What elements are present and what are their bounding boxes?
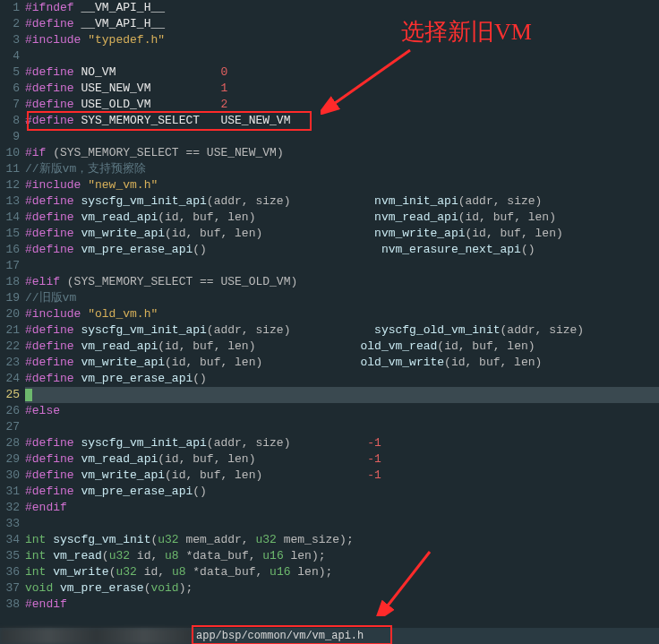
- token: int: [25, 565, 53, 579]
- token: u32: [109, 549, 130, 562]
- token: nvm_erasure_next_api: [381, 243, 521, 256]
- token: id,: [137, 565, 172, 579]
- line-number: 33: [0, 516, 20, 532]
- code-line[interactable]: #endif: [25, 500, 659, 516]
- code-line[interactable]: #define syscfg_vm_init_api(addr, size) s…: [25, 322, 659, 339]
- token: u8: [172, 565, 186, 579]
- code-line[interactable]: #define vm_pre_erase_api(): [25, 484, 659, 500]
- code-line[interactable]: #define vm_write_api(id, buf, len) old_v…: [25, 355, 659, 371]
- code-line[interactable]: #define SYS_MEMORY_SELECT USE_NEW_VM: [25, 113, 659, 129]
- token: #include: [25, 33, 88, 47]
- code-line[interactable]: #define syscfg_vm_init_api(addr, size) -…: [25, 435, 659, 451]
- code-line[interactable]: #define vm_read_api(id, buf, len) nvm_re…: [25, 210, 659, 226]
- token: #include: [25, 178, 88, 192]
- token: (): [193, 485, 207, 498]
- code-line[interactable]: int vm_write(u32 id, u8 *data_buf, u16 l…: [25, 564, 659, 580]
- code-line[interactable]: #elif (SYS_MEMORY_SELECT == USE_OLD_VM): [25, 274, 659, 290]
- code-line[interactable]: #define NO_VM 0: [25, 64, 659, 81]
- token: vm_write_api: [81, 227, 165, 240]
- code-line[interactable]: [25, 516, 659, 532]
- token: (id, buf, len): [158, 339, 360, 353]
- code-line[interactable]: int syscfg_vm_init(u32 mem_addr, u32 mem…: [25, 532, 659, 548]
- code-line[interactable]: [25, 258, 659, 274]
- code-line[interactable]: #define vm_write_api(id, buf, len) -1: [25, 468, 659, 484]
- code-line[interactable]: #define vm_write_api(id, buf, len) nvm_w…: [25, 226, 659, 242]
- token: (id, buf, len): [466, 227, 563, 240]
- code-line[interactable]: void vm_pre_erase(void);: [25, 580, 659, 597]
- code-line[interactable]: [25, 387, 659, 403]
- code-lines[interactable]: #ifndef __VM_API_H__#define __VM_API_H__…: [25, 0, 659, 628]
- token: );: [179, 581, 193, 595]
- token: len);: [291, 565, 333, 579]
- code-line[interactable]: #define vm_read_api(id, buf, len) old_vm…: [25, 339, 659, 355]
- token: *data_buf,: [179, 549, 263, 562]
- code-line[interactable]: #ifndef __VM_API_H__: [25, 0, 659, 16]
- code-line[interactable]: #else: [25, 403, 659, 419]
- token: syscfg_old_vm_init: [374, 323, 500, 337]
- token: vm_read_api: [81, 452, 158, 466]
- line-number: 28: [0, 435, 20, 451]
- token: vm_read: [53, 549, 102, 562]
- line-number: 35: [0, 548, 20, 564]
- line-number: 4: [0, 48, 20, 64]
- token: void: [150, 581, 178, 595]
- token: vm_pre_erase_api: [81, 243, 193, 256]
- code-line[interactable]: #include "new_vm.h": [25, 177, 659, 193]
- line-number: 36: [0, 564, 20, 580]
- code-line[interactable]: #define syscfg_vm_init_api(addr, size) n…: [25, 193, 659, 210]
- token: #define: [25, 98, 81, 111]
- token: len);: [284, 549, 326, 562]
- line-number: 19: [0, 290, 20, 306]
- code-line[interactable]: #define vm_pre_erase_api() nvm_erasure_n…: [25, 242, 659, 258]
- token: nvm_write_api: [374, 227, 465, 240]
- token: USE_OLD_VM: [81, 98, 220, 111]
- code-line[interactable]: [25, 419, 659, 435]
- line-number: 25: [0, 387, 20, 403]
- code-line[interactable]: #define __VM_API_H__: [25, 16, 659, 32]
- token: u8: [165, 549, 179, 562]
- line-number: 37: [0, 580, 20, 597]
- code-area[interactable]: 1234567891011121314151617181920212223242…: [0, 0, 659, 628]
- code-line[interactable]: #endif: [25, 597, 659, 613]
- code-editor[interactable]: 1234567891011121314151617181920212223242…: [0, 0, 659, 644]
- token: #define: [25, 114, 81, 127]
- code-line[interactable]: #define vm_read_api(id, buf, len) -1: [25, 451, 659, 468]
- token: (SYS_MEMORY_SELECT: [53, 146, 185, 159]
- line-number: 29: [0, 451, 20, 468]
- token: #define: [25, 323, 81, 337]
- token: __VM_API_H__: [81, 17, 165, 30]
- token: (id, buf, len): [444, 356, 542, 369]
- token: syscfg_vm_init_api: [81, 323, 206, 337]
- token: //新版vm，支持预擦除: [25, 162, 146, 176]
- code-line[interactable]: #if (SYS_MEMORY_SELECT == USE_NEW_VM): [25, 145, 659, 161]
- line-number: 2: [0, 16, 20, 32]
- token: #define: [25, 468, 81, 482]
- line-number: 7: [0, 97, 20, 113]
- line-number: 32: [0, 500, 20, 516]
- code-line[interactable]: #include "typedef.h": [25, 32, 659, 48]
- token: (addr, size): [501, 323, 585, 337]
- code-line[interactable]: //新版vm，支持预擦除: [25, 161, 659, 177]
- code-line[interactable]: int vm_read(u32 id, u8 *data_buf, u16 le…: [25, 548, 659, 564]
- token: #else: [25, 404, 60, 417]
- token: void: [25, 581, 60, 595]
- token: id,: [130, 549, 165, 562]
- code-line[interactable]: #define USE_NEW_VM 1: [25, 81, 659, 97]
- token: old_vm_write: [360, 356, 444, 369]
- token: (id, buf, len): [458, 210, 556, 224]
- code-line[interactable]: [25, 129, 659, 145]
- line-number: 24: [0, 371, 20, 387]
- token: #define: [25, 227, 81, 240]
- code-line[interactable]: [25, 48, 659, 64]
- token: 1: [220, 82, 227, 95]
- code-line[interactable]: #include "old_vm.h": [25, 306, 659, 322]
- line-number: 15: [0, 226, 20, 242]
- token: "new_vm.h": [88, 178, 158, 192]
- line-number-gutter: 1234567891011121314151617181920212223242…: [0, 0, 25, 628]
- code-line[interactable]: //旧版vm: [25, 290, 659, 306]
- token: #endif: [25, 597, 67, 611]
- token: SYS_MEMORY_SELECT USE_NEW_VM: [81, 114, 290, 127]
- code-line[interactable]: #define USE_OLD_VM 2: [25, 97, 659, 113]
- code-line[interactable]: #define vm_pre_erase_api(): [25, 371, 659, 387]
- token: old_vm_read: [361, 339, 438, 353]
